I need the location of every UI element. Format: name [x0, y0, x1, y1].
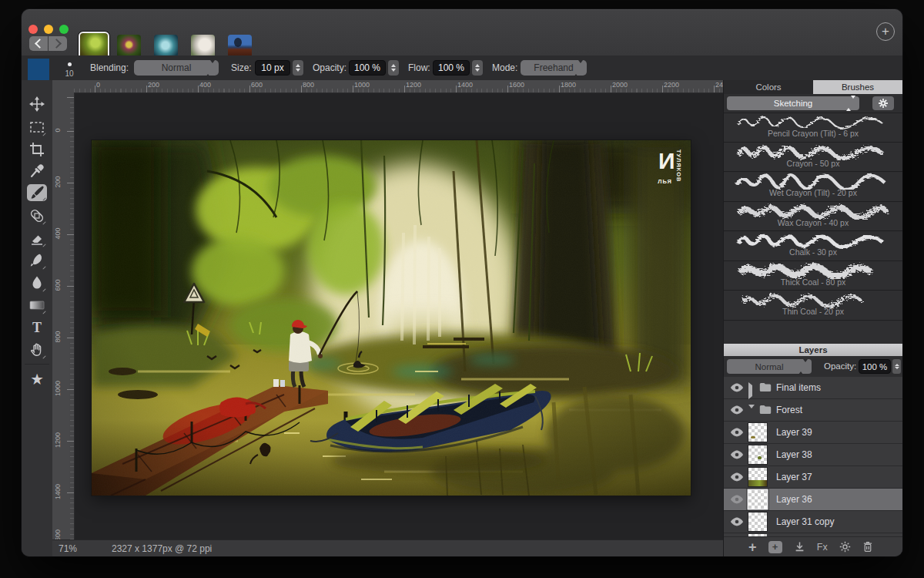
flow-field[interactable]: 100 % [433, 60, 470, 76]
layer-row[interactable]: Layer 37 [724, 466, 902, 489]
waterdrop-icon [30, 275, 44, 291]
hand-tool[interactable] [27, 341, 47, 359]
opacity-stepper[interactable] [388, 60, 399, 76]
disclosure-chevron-icon[interactable] [748, 385, 752, 396]
add-group-button[interactable]: + [768, 541, 782, 553]
zoom-level: 71% [59, 543, 77, 554]
new-document-button[interactable]: + [876, 22, 895, 41]
minimize-button[interactable] [44, 25, 53, 34]
brush-stroke-preview [732, 173, 894, 190]
visibility-eye-icon[interactable] [730, 450, 744, 459]
visibility-eye-icon[interactable] [730, 517, 744, 526]
gradient-tool[interactable] [27, 296, 47, 314]
visibility-eye-icon[interactable] [730, 383, 744, 392]
brush-stroke-preview [732, 262, 894, 279]
visibility-eye-icon[interactable] [730, 472, 744, 482]
brush-category-dropdown[interactable]: Sketching [727, 96, 859, 110]
marquee-select-tool[interactable] [27, 118, 47, 136]
layer-row-group[interactable]: Forest [724, 399, 902, 422]
move-tool[interactable] [27, 95, 47, 113]
visibility-eye-icon[interactable] [730, 428, 744, 437]
brush-item[interactable]: Pencil Crayon (Tilt) - 6 px [724, 113, 902, 143]
brush-item[interactable]: Chalk - 30 px [724, 232, 902, 261]
fullscreen-button[interactable] [59, 25, 69, 34]
visibility-eye-icon[interactable] [730, 495, 744, 504]
layer-row[interactable]: Layer 31 copy [724, 511, 902, 533]
smudge-tool[interactable] [27, 251, 47, 270]
brush-stroke-preview [732, 203, 894, 220]
shapes-tool[interactable]: ★ [27, 370, 47, 388]
plus-icon: + [882, 24, 889, 39]
brush-item[interactable]: Wax Crayon - 40 px [724, 203, 902, 232]
tab-brushes[interactable]: Brushes [813, 80, 902, 94]
crop-tool[interactable] [27, 140, 47, 159]
blending-dropdown[interactable]: Normal [134, 60, 219, 76]
brush-item[interactable]: Thick Coal - 80 px [724, 262, 902, 291]
flow-stepper[interactable] [472, 60, 483, 76]
horizontal-ruler: 0 200 400 600 800 1000 1200 1400 1600 18… [74, 80, 724, 93]
layers-header: Layers [724, 344, 902, 356]
eraser-tool[interactable] [27, 229, 47, 247]
brush-item[interactable]: Wet Crayon (Tilt) - 20 px [724, 173, 902, 202]
text-tool-icon: T [32, 321, 42, 334]
vertical-ruler: 0 200 400 600 800 1000 1200 1400 1600 [52, 92, 75, 539]
brush-category-row: Sketching [724, 94, 902, 113]
delete-layer-button[interactable] [862, 539, 873, 555]
desktop: + 10 Blending: Normal Size: 10 px Opacit… [0, 0, 924, 578]
ruler-corner [52, 80, 75, 93]
layer-thumbnail [748, 490, 767, 509]
layer-row-group[interactable]: Final items [724, 377, 902, 399]
back-button[interactable] [29, 36, 48, 51]
layer-effects-button[interactable]: Fx [817, 539, 828, 555]
disclosure-chevron-icon[interactable] [748, 408, 755, 419]
tool-sidebar: T ★ [22, 80, 53, 556]
brush-tool[interactable] [27, 184, 47, 201]
painting-artwork [92, 140, 691, 496]
layer-row[interactable]: Layer 39 [724, 422, 902, 444]
brush-settings-button[interactable] [872, 96, 894, 110]
tab-colors[interactable]: Colors [724, 80, 813, 94]
brush-dot-icon [68, 62, 72, 66]
canvas-painting[interactable]: И ТУЛЯКОВ ЛЬЯ [92, 140, 691, 496]
eyedropper-tool[interactable] [27, 162, 47, 180]
layer-row-selected[interactable]: Layer 36 [724, 489, 902, 511]
mode-dropdown[interactable]: Freehand [521, 60, 587, 76]
layer-thumbnail [748, 468, 767, 486]
layer-blend-dropdown[interactable]: Normal [727, 359, 812, 374]
smudge-icon [30, 253, 44, 268]
brush-icon [29, 185, 45, 200]
text-tool[interactable]: T [27, 318, 47, 337]
eyedropper-icon [29, 163, 45, 179]
color-swatch[interactable] [28, 59, 49, 80]
layer-opacity-field[interactable]: 100 % [859, 359, 891, 374]
size-stepper[interactable] [293, 60, 303, 76]
brush-stroke-preview [732, 321, 894, 338]
app-window: + 10 Blending: Normal Size: 10 px Opacit… [22, 9, 902, 556]
layer-opacity-stepper[interactable] [892, 359, 901, 374]
size-field[interactable]: 10 px [255, 60, 290, 76]
layer-row[interactable]: Layer 38 [724, 444, 902, 466]
right-panel: Colors Brushes Sketching [723, 80, 902, 556]
blur-tool[interactable] [27, 274, 47, 292]
brush-item[interactable]: Thin Coal - 20 px [724, 291, 902, 321]
forward-button[interactable] [49, 36, 67, 51]
bandaid-icon [28, 207, 45, 224]
heal-tool[interactable] [27, 207, 47, 225]
import-layer-button[interactable] [794, 539, 805, 555]
opacity-field[interactable]: 100 % [349, 60, 386, 76]
adjustments-button[interactable] [839, 539, 851, 555]
opacity-label: Opacity: [313, 62, 346, 73]
move-icon [29, 96, 45, 112]
brush-options-bar: 10 Blending: Normal Size: 10 px Opacity:… [22, 55, 902, 81]
close-button[interactable] [28, 25, 38, 34]
brush-item[interactable]: Crayon - 50 px [724, 143, 902, 173]
size-label: Size: [231, 62, 252, 73]
canvas-area: 0 200 400 600 800 1000 1200 1400 1600 18… [52, 80, 724, 556]
visibility-eye-icon[interactable] [730, 405, 744, 415]
download-icon [794, 541, 805, 553]
boxed-plus-icon: + [772, 542, 778, 553]
brush-item-partial[interactable] [724, 321, 902, 344]
brush-stroke-preview [732, 232, 894, 249]
nav-buttons [29, 36, 67, 51]
add-layer-button[interactable]: + [748, 539, 757, 555]
